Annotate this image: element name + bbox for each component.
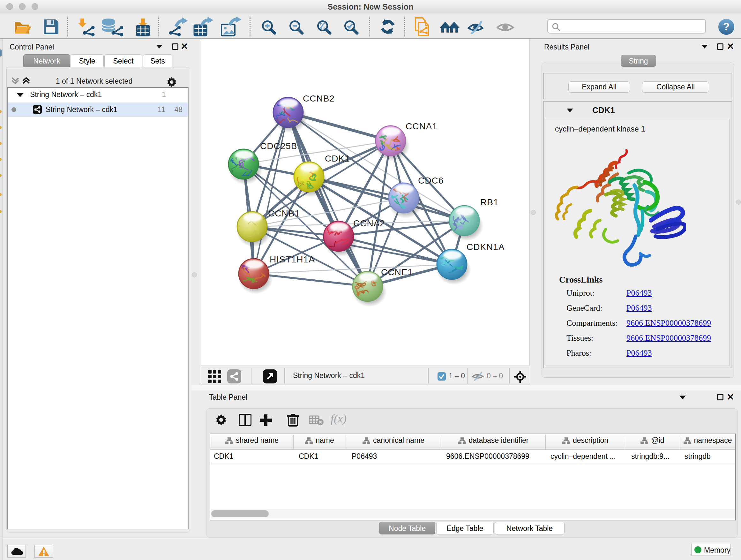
svg-text:CDC6: CDC6 <box>418 176 444 186</box>
svg-text:RB1: RB1 <box>480 197 498 207</box>
svg-text:CCNB1: CCNB1 <box>268 208 300 219</box>
svg-text:CCNA2: CCNA2 <box>353 219 385 228</box>
svg-text:?: ? <box>723 20 730 33</box>
svg-text:CDKN1A: CDKN1A <box>467 242 505 252</box>
svg-text:CDK1: CDK1 <box>325 153 350 164</box>
svg-text:CCNA1: CCNA1 <box>406 121 437 131</box>
svg-text:CDC25B: CDC25B <box>260 141 297 151</box>
svg-text:CCNE1: CCNE1 <box>381 267 413 277</box>
svg-text:CCNB2: CCNB2 <box>303 94 335 104</box>
svg-text:HIST1H1A: HIST1H1A <box>270 254 315 264</box>
